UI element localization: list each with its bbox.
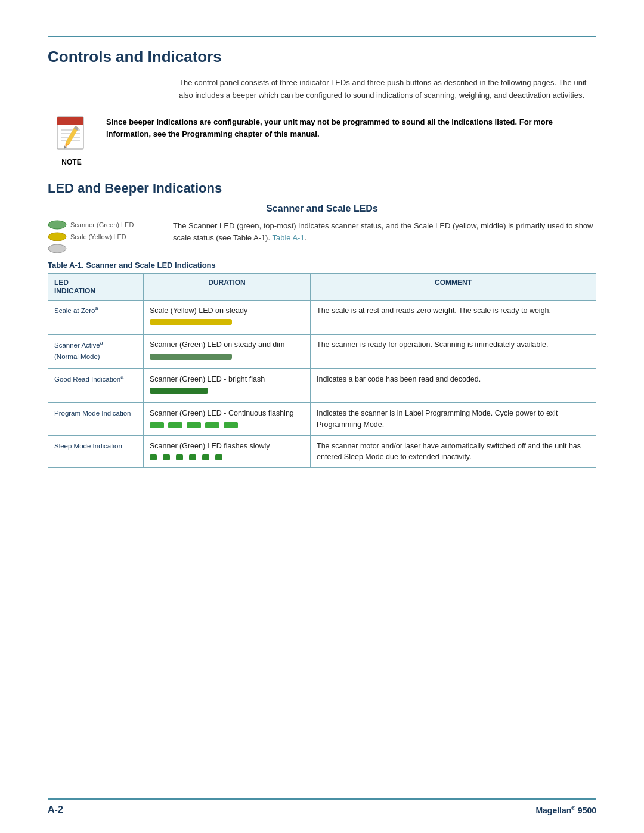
table-row: Sleep Mode Indication Scanner (Green) LE… [48,435,596,468]
table-row: Program Mode Indication Scanner (Green) … [48,403,596,436]
duration-cell: Scanner (Green) LED flashes slowly [144,435,311,468]
th-led: LED INDICATION [48,273,144,300]
comment-cell: The scanner motor and/or laser have auto… [311,435,596,468]
comment-cell: The scanner is ready for operation. Scan… [311,335,596,369]
svg-rect-24 [163,454,170,460]
comment-cell: Indicates the scanner is in Label Progra… [311,403,596,436]
notepad-icon [52,114,91,156]
svg-rect-2 [57,121,83,125]
svg-rect-26 [189,454,196,460]
led-cell: Scanner Activea (Normal Mode) [48,335,144,369]
svg-rect-15 [150,319,232,325]
led-cell: Sleep Mode Indication [48,435,144,468]
duration-cell: Scale (Yellow) LED on steady [144,300,311,335]
svg-rect-16 [150,354,232,360]
scale-yellow-oval [48,232,67,241]
svg-rect-27 [202,454,209,460]
section1-title: Controls and Indicators [48,48,596,66]
scanner-green-oval [48,220,67,230]
section2-title: LED and Beeper Indications [48,181,596,196]
duration-bar-segments [150,422,304,429]
duration-cell: Scanner (Green) LED on steady and dim [144,335,311,369]
led-cell: Scale at Zeroa [48,300,144,335]
svg-rect-22 [224,422,238,428]
scale-yellow-label: Scale (Yellow) LED [70,233,126,240]
scale-yellow-led-item: Scale (Yellow) LED [48,232,126,241]
scanner-desc: The Scanner LED (green, top-most) indica… [173,220,596,253]
duration-bar-slow [150,454,304,461]
duration-bar-green-dim [150,351,304,364]
duration-text: Scanner (Green) LED - Continuous flashin… [150,408,304,419]
led-cell: Good Read Indicationa [48,368,144,403]
svg-rect-28 [215,454,222,460]
table-row: Scanner Activea (Normal Mode) Scanner (G… [48,335,596,369]
note-label: NOTE [61,158,81,166]
table-row: Good Read Indicationa Scanner (Green) LE… [48,368,596,403]
scanner-green-label: Scanner (Green) LED [70,221,134,228]
duration-bar-green-bright [150,385,304,398]
footer: A-2 Magellan® 9500 [48,798,596,815]
led-indicators-list: Scanner (Green) LED Scale (Yellow) LED [48,220,161,253]
svg-rect-17 [150,388,208,394]
top-border [48,36,596,37]
duration-cell: Scanner (Green) LED - Continuous flashin… [144,403,311,436]
note-text: Since beeper indications are configurabl… [106,114,596,141]
svg-rect-25 [176,454,183,460]
table-a1-link[interactable]: Table A-1 [272,233,304,242]
duration-cell: Scanner (Green) LED - bright flash [144,368,311,403]
note-section: NOTE Since beeper indications are config… [48,114,596,166]
subsection-title: Scanner and Scale LEDs [48,203,596,214]
scanner-leds-desc: Scanner (Green) LED Scale (Yellow) LED T… [48,220,596,253]
svg-rect-18 [150,422,164,428]
note-icon-container: NOTE [48,114,95,166]
comment-cell: Indicates a bar code has been read and d… [311,368,596,403]
page: Controls and Indicators The control pane… [0,0,644,833]
svg-rect-20 [187,422,201,428]
svg-rect-21 [205,422,219,428]
svg-rect-23 [150,454,157,460]
duration-text: Scanner (Green) LED on steady and dim [150,339,304,351]
scanner-green-led-item: Scanner (Green) LED [48,220,134,230]
third-oval [48,244,67,253]
table-caption: Table A-1. Scanner and Scale LED Indicat… [48,261,596,270]
intro-text: The control panel consists of three indi… [179,77,596,102]
svg-rect-19 [168,422,182,428]
svg-point-14 [48,244,66,253]
duration-text: Scale (Yellow) LED on steady [150,305,304,317]
duration-text: Scanner (Green) LED flashes slowly [150,441,304,452]
svg-point-12 [48,221,66,229]
table-header-row: LED INDICATION DURATION COMMENT [48,273,596,300]
th-comment: COMMENT [311,273,596,300]
duration-bar-yellow [150,316,304,329]
third-led-item [48,244,70,253]
svg-point-13 [48,233,66,241]
scanner-desc-text: The Scanner LED (green, top-most) indica… [173,221,593,243]
comment-cell: The scale is at rest and reads zero weig… [311,300,596,335]
led-table: LED INDICATION DURATION COMMENT Scale at… [48,273,596,469]
footer-page-number: A-2 [48,804,63,815]
table-row: Scale at Zeroa Scale (Yellow) LED on ste… [48,300,596,335]
footer-product-name: Magellan® 9500 [535,805,596,815]
duration-text: Scanner (Green) LED - bright flash [150,374,304,385]
led-cell: Program Mode Indication [48,403,144,436]
th-duration: DURATION [144,273,311,300]
